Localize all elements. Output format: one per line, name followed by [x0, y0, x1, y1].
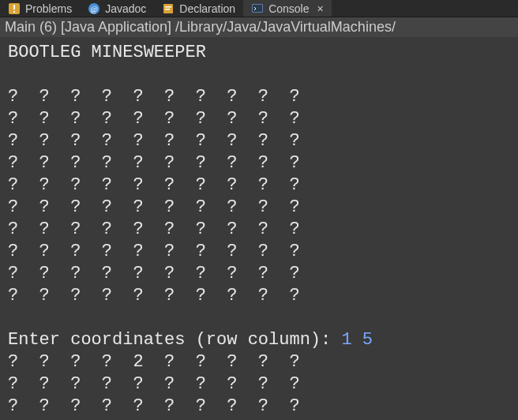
console-line: ? ? ? ? ? ? ? ? ? ? — [8, 396, 300, 416]
console-icon — [251, 2, 264, 15]
console-output: BOOTLEG MINESWEEPER ? ? ? ? ? ? ? ? ? ? … — [0, 37, 518, 420]
svg-rect-7 — [253, 5, 262, 12]
console-line: ? ? ? ? ? ? ? ? ? ? — [8, 286, 300, 306]
console-line: ? ? ? ? ? ? ? ? ? ? — [8, 175, 300, 195]
tab-javadoc[interactable]: @ Javadoc — [80, 0, 154, 17]
tab-declaration-label: Declaration — [179, 2, 235, 15]
tab-console[interactable]: Console × — [243, 0, 332, 17]
console-line: ? ? ? ? ? ? ? ? ? ? — [8, 197, 300, 217]
svg-text:@: @ — [91, 5, 98, 13]
tab-problems-label: Problems — [25, 2, 72, 15]
problems-icon — [8, 2, 21, 15]
console-line: ? ? ? ? ? ? ? ? ? ? — [8, 153, 300, 173]
tab-declaration[interactable]: Declaration — [154, 0, 243, 17]
console-line: ? ? ? ? ? ? ? ? ? ? — [8, 264, 300, 283]
close-icon[interactable]: × — [317, 2, 324, 15]
tab-problems[interactable]: Problems — [0, 0, 80, 17]
console-line: ? ? ? ? ? ? ? ? ? ? — [8, 109, 300, 129]
console-title: BOOTLEG MINESWEEPER — [8, 43, 206, 62]
console-line: ? ? ? ? ? ? ? ? ? ? — [8, 131, 300, 151]
svg-rect-5 — [165, 9, 170, 10]
svg-rect-4 — [165, 6, 171, 8]
launch-info: Main (6) [Java Application] /Library/Jav… — [0, 17, 518, 37]
tab-bar: Problems @ Javadoc Declaration Console × — [0, 0, 518, 17]
declaration-icon — [162, 2, 175, 15]
console-line: ? ? ? ? ? ? ? ? ? ? — [8, 374, 300, 394]
console-prompt: Enter coordinates (row column): — [8, 330, 341, 350]
console-line: ? ? ? ? ? ? ? ? ? ? — [8, 219, 300, 239]
console-line: ? ? ? ? ? ? ? ? ? ? — [8, 242, 300, 261]
javadoc-icon: @ — [88, 2, 100, 15]
console-line: ? ? ? ? ? ? ? ? ? ? — [8, 87, 300, 107]
user-input: 1 5 — [341, 330, 373, 350]
tab-javadoc-label: Javadoc — [105, 2, 146, 15]
console-line: ? ? ? ? 2 ? ? ? ? ? — [8, 352, 300, 372]
tab-console-label: Console — [268, 2, 309, 15]
